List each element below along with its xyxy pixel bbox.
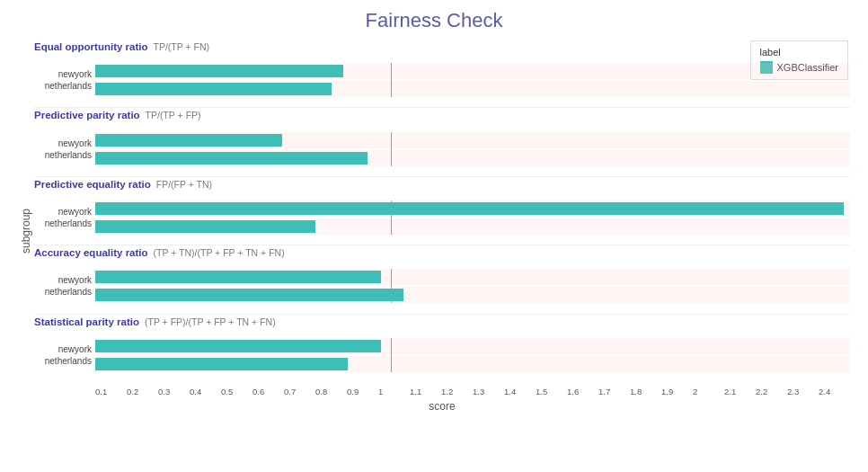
chart-area: subgroup Equal opportunity ratioTP/(TP +… [18,40,850,413]
tracks-col-4 [95,338,850,372]
row-label-4-1: netherlands [34,356,95,366]
row-label-0-0: newyork [34,69,95,79]
x-tick-11: 1.2 [441,387,473,396]
tracks-col-2 [95,200,850,235]
row-label-1-0: newyork [34,138,95,148]
x-tick-18: 1.9 [661,387,693,396]
bars-wrapper-2: newyorknetherlands [34,191,850,245]
x-tick-19: 2 [693,387,724,396]
x-tick-17: 1.8 [630,387,661,396]
row-label-3-0: newyork [34,275,95,285]
metric-section-4: Statistical parity ratio(TP + FP)/(TP + … [34,315,850,383]
row-label-3-1: netherlands [34,287,95,297]
x-tick-12: 1.3 [473,387,504,396]
x-axis-label: score [34,400,850,413]
bar-fill-1-1 [95,152,368,165]
bar-fill-0-0 [95,65,343,77]
metric-name-0: Equal opportunity ratio [34,41,148,52]
bar-fill-4-1 [95,358,348,370]
x-tick-8: 0.9 [347,387,378,396]
bar-fill-0-1 [95,83,332,95]
metric-formula-1: TP/(TP + FP) [146,110,201,120]
metric-formula-4: (TP + FP)/(TP + FP + TN + FN) [145,316,276,327]
metric-section-0: Equal opportunity ratioTP/(TP + FN)newyo… [34,40,850,108]
chart-container: Fairness Check label XGBClassifier subgr… [0,0,868,472]
row-labels-1: newyorknetherlands [34,138,95,160]
row-labels-2: newyorknetherlands [34,207,95,228]
track-row-3-0 [95,269,850,285]
x-tick-5: 0.6 [252,387,284,396]
metric-name-4: Statistical parity ratio [34,316,139,327]
sections-container: Equal opportunity ratioTP/(TP + FN)newyo… [34,40,850,383]
metric-header-4: Statistical parity ratio(TP + FP)/(TP + … [34,315,850,328]
x-tick-20: 2.1 [724,387,756,396]
tracks-col-3 [95,269,850,303]
ref-line-0 [391,63,392,97]
row-label-1-1: netherlands [34,150,95,160]
ref-line-4 [391,338,392,372]
metric-formula-2: FP/(FP + TN) [156,179,212,190]
metric-header-0: Equal opportunity ratioTP/(TP + FN) [34,40,850,53]
x-tick-15: 1.6 [567,387,598,396]
bar-fill-3-0 [95,271,381,283]
ref-line-2 [391,200,392,235]
bar-fill-2-1 [95,220,315,233]
track-row-4-1 [95,356,850,372]
x-tick-21: 2.2 [756,387,787,396]
tracks-col-0 [95,63,850,97]
x-tick-16: 1.7 [598,387,630,396]
bars-wrapper-4: newyorknetherlands [34,328,850,383]
ref-line-3 [391,269,392,303]
x-tick-0: 0.1 [95,387,127,396]
metric-section-2: Predictive equality ratioFP/(FP + TN)new… [34,177,850,245]
x-tick-14: 1.5 [536,387,567,396]
y-axis-label: subgroup [18,49,34,413]
track-row-0-0 [95,63,850,79]
track-row-3-1 [95,287,850,303]
x-axis: 0.10.20.30.40.50.60.70.80.911.11.21.31.4… [95,383,850,396]
x-tick-22: 2.3 [787,387,819,396]
row-label-2-1: netherlands [34,218,95,228]
metric-formula-0: TP/(TP + FN) [154,41,210,52]
x-tick-23: 2.4 [819,387,850,396]
bar-fill-4-0 [95,340,381,352]
track-row-4-0 [95,338,850,354]
bars-wrapper-1: newyorknetherlands [34,121,850,175]
x-tick-13: 1.4 [504,387,536,396]
row-labels-3: newyorknetherlands [34,275,95,297]
x-tick-1: 0.2 [127,387,158,396]
metric-section-3: Accuracy equality ratio(TP + TN)/(TP + F… [34,245,850,314]
metric-header-1: Predictive parity ratioTP/(TP + FP) [34,108,850,121]
row-labels-4: newyorknetherlands [34,344,95,366]
tracks-col-1 [95,132,850,166]
metric-formula-3: (TP + TN)/(TP + FP + TN + FN) [154,247,285,258]
track-row-2-0 [95,200,850,217]
x-tick-3: 0.4 [190,387,221,396]
metric-section-1: Predictive parity ratioTP/(TP + FP)newyo… [34,108,850,176]
x-tick-9: 1 [378,387,410,396]
row-label-4-0: newyork [34,344,95,354]
x-tick-6: 0.7 [284,387,315,396]
track-row-1-0 [95,132,850,148]
row-labels-0: newyorknetherlands [34,69,95,91]
metric-name-3: Accuracy equality ratio [34,247,148,258]
metric-name-2: Predictive equality ratio [34,179,151,190]
track-row-0-1 [95,81,850,97]
bar-fill-2-0 [95,202,844,215]
track-row-1-1 [95,150,850,166]
bar-fill-1-0 [95,134,282,147]
x-tick-2: 0.3 [158,387,190,396]
x-tick-4: 0.5 [221,387,252,396]
metric-header-3: Accuracy equality ratio(TP + TN)/(TP + F… [34,245,850,259]
bars-wrapper-0: newyorknetherlands [34,53,850,107]
row-label-0-1: netherlands [34,81,95,91]
metric-name-1: Predictive parity ratio [34,110,140,120]
chart-main: Equal opportunity ratioTP/(TP + FN)newyo… [34,40,850,413]
ref-line-1 [391,132,392,166]
x-tick-7: 0.8 [315,387,347,396]
chart-title: Fairness Check [18,9,850,32]
metric-header-2: Predictive equality ratioFP/(FP + TN) [34,177,850,191]
row-label-2-0: newyork [34,207,95,217]
bars-wrapper-3: newyorknetherlands [34,259,850,313]
bar-fill-3-1 [95,289,403,301]
